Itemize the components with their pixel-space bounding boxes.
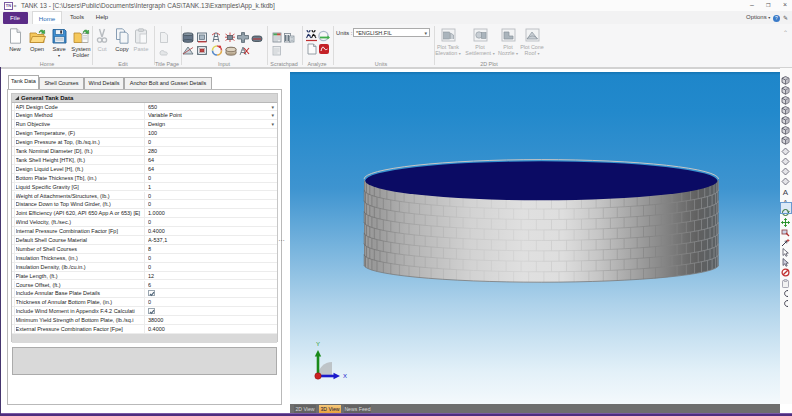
svg-text:Y: Y [316,341,320,347]
svg-text:X: X [343,373,347,379]
